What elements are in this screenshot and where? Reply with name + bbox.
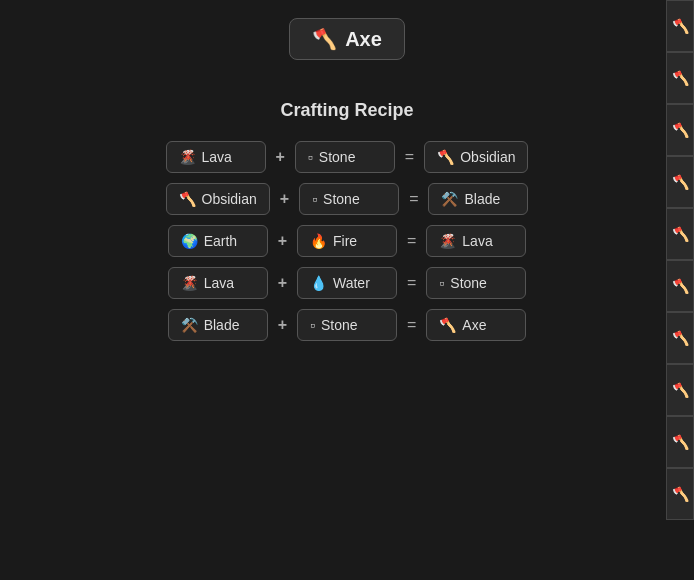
equals-5: =	[407, 316, 416, 334]
operator-4: +	[278, 274, 287, 292]
sidebar-icon-9[interactable]: 🪓	[666, 416, 694, 468]
sidebar-right: 🪓 🪓 🪓 🪓 🪓 🪓 🪓 🪓 🪓 🪓	[666, 0, 694, 580]
title-label: Axe	[345, 28, 382, 51]
sidebar-icon-1[interactable]: 🪓	[666, 0, 694, 52]
recipe-row-3: 🌍 Earth + 🔥 Fire = 🌋 Lava	[168, 225, 527, 257]
sidebar-icon-5[interactable]: 🪓	[666, 208, 694, 260]
operator-3: +	[278, 232, 287, 250]
earth-icon-3: 🌍	[181, 233, 198, 249]
stone-icon-5: ▫	[310, 317, 315, 333]
stone-label-4: Stone	[450, 275, 487, 291]
stone-label-5: Stone	[321, 317, 358, 333]
recipe-row-2: 🪓 Obsidian + ▫ Stone = ⚒️ Blade	[166, 183, 529, 215]
result-obsidian-1[interactable]: 🪓 Obsidian	[424, 141, 528, 173]
ingredient-earth-3[interactable]: 🌍 Earth	[168, 225, 268, 257]
fire-icon-3: 🔥	[310, 233, 327, 249]
ingredient-fire-3[interactable]: 🔥 Fire	[297, 225, 397, 257]
sidebar-icon-6[interactable]: 🪓	[666, 260, 694, 312]
equals-2: =	[409, 190, 418, 208]
equals-3: =	[407, 232, 416, 250]
result-blade-2[interactable]: ⚒️ Blade	[428, 183, 528, 215]
obsidian-icon-1: 🪓	[437, 149, 454, 165]
result-stone-4[interactable]: ▫ Stone	[426, 267, 526, 299]
water-label-4: Water	[333, 275, 370, 291]
stone-icon-4: ▫	[439, 275, 444, 291]
stone-label-2: Stone	[323, 191, 360, 207]
blade-label-5: Blade	[204, 317, 240, 333]
ingredient-lava-1[interactable]: 🌋 Lava	[166, 141, 266, 173]
obsidian-label-1: Obsidian	[460, 149, 515, 165]
obsidian-label-2: Obsidian	[202, 191, 257, 207]
lava-label-3: Lava	[462, 233, 492, 249]
blade-icon-5: ⚒️	[181, 317, 198, 333]
equals-1: =	[405, 148, 414, 166]
recipe-row-1: 🌋 Lava + ▫ Stone = 🪓 Obsidian	[166, 141, 529, 173]
sidebar-icon-4[interactable]: 🪓	[666, 156, 694, 208]
ingredient-stone-5[interactable]: ▫ Stone	[297, 309, 397, 341]
lava-icon-1: 🌋	[179, 149, 196, 165]
lava-label-1: Lava	[202, 149, 232, 165]
recipe-container: 🌋 Lava + ▫ Stone = 🪓 Obsidian 🪓 Obsidian…	[166, 141, 529, 341]
main-content: 🪓 Axe Crafting Recipe 🌋 Lava + ▫ Stone =…	[0, 0, 694, 341]
sidebar-icon-10[interactable]: 🪓	[666, 468, 694, 520]
sidebar-icon-8[interactable]: 🪓	[666, 364, 694, 416]
blade-icon-2: ⚒️	[441, 191, 458, 207]
recipe-row-5: ⚒️ Blade + ▫ Stone = 🪓 Axe	[168, 309, 527, 341]
title-button[interactable]: 🪓 Axe	[289, 18, 405, 60]
ingredient-obsidian-2[interactable]: 🪓 Obsidian	[166, 183, 270, 215]
stone-icon-1: ▫	[308, 149, 313, 165]
sidebar-icon-2[interactable]: 🪓	[666, 52, 694, 104]
equals-4: =	[407, 274, 416, 292]
stone-label-1: Stone	[319, 149, 356, 165]
sidebar-icon-7[interactable]: 🪓	[666, 312, 694, 364]
recipe-row-4: 🌋 Lava + 💧 Water = ▫ Stone	[168, 267, 527, 299]
axe-icon-5: 🪓	[439, 317, 456, 333]
operator-5: +	[278, 316, 287, 334]
ingredient-stone-1[interactable]: ▫ Stone	[295, 141, 395, 173]
lava-icon-4: 🌋	[181, 275, 198, 291]
stone-icon-2: ▫	[312, 191, 317, 207]
ingredient-blade-5[interactable]: ⚒️ Blade	[168, 309, 268, 341]
obsidian-icon-2: 🪓	[179, 191, 196, 207]
blade-label-2: Blade	[464, 191, 500, 207]
ingredient-lava-4[interactable]: 🌋 Lava	[168, 267, 268, 299]
result-lava-3[interactable]: 🌋 Lava	[426, 225, 526, 257]
ingredient-water-4[interactable]: 💧 Water	[297, 267, 397, 299]
sidebar-icon-3[interactable]: 🪓	[666, 104, 694, 156]
result-axe-5[interactable]: 🪓 Axe	[426, 309, 526, 341]
axe-label-5: Axe	[462, 317, 486, 333]
operator-2: +	[280, 190, 289, 208]
fire-label-3: Fire	[333, 233, 357, 249]
earth-label-3: Earth	[204, 233, 237, 249]
operator-1: +	[276, 148, 285, 166]
lava-label-4: Lava	[204, 275, 234, 291]
axe-icon: 🪓	[312, 27, 337, 51]
lava-icon-3: 🌋	[439, 233, 456, 249]
water-icon-4: 💧	[310, 275, 327, 291]
ingredient-stone-2[interactable]: ▫ Stone	[299, 183, 399, 215]
section-title: Crafting Recipe	[280, 100, 413, 121]
